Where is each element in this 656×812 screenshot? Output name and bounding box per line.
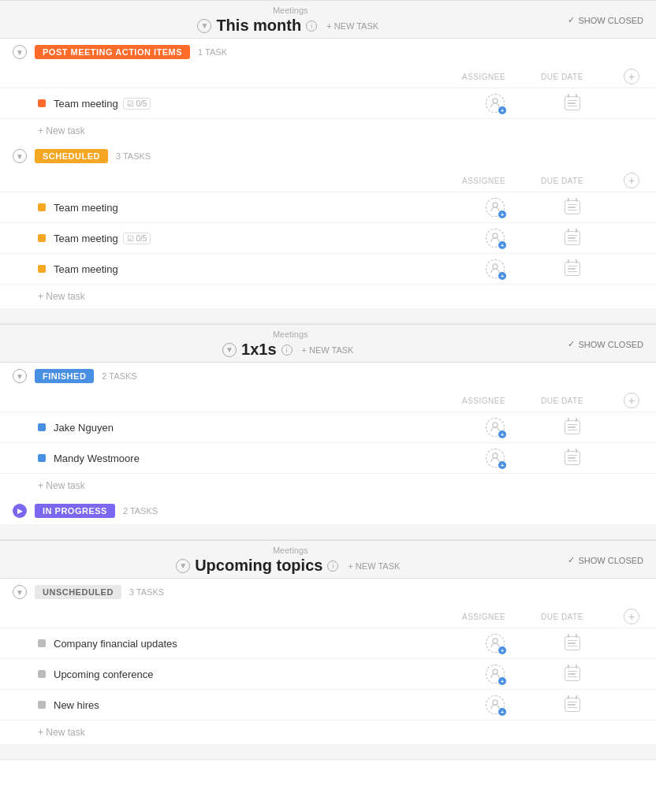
task-color-indicator bbox=[38, 423, 46, 431]
date-picker-icon[interactable] bbox=[565, 231, 580, 245]
add-assignee-badge[interactable]: + bbox=[498, 241, 506, 249]
group-status-badge: SCHEDULED bbox=[35, 149, 108, 163]
add-assignee-badge[interactable]: + bbox=[498, 646, 506, 654]
due-date-column-header: DUE DATE bbox=[541, 397, 620, 405]
task-completion-badge[interactable]: ☑ 0/5 bbox=[123, 233, 151, 244]
section-collapse-button[interactable]: ▼ bbox=[222, 343, 237, 357]
table-row: Team meeting☑ 0/5+ bbox=[0, 88, 656, 119]
assignee-avatar[interactable]: + bbox=[486, 665, 505, 683]
svg-point-0 bbox=[493, 99, 498, 103]
task-name[interactable]: Jake Nguyen bbox=[54, 422, 486, 434]
table-row: Jake Nguyen+ bbox=[0, 412, 656, 443]
add-assignee-badge[interactable]: + bbox=[498, 461, 506, 469]
date-picker-icon[interactable] bbox=[565, 96, 580, 110]
task-name[interactable]: Company financial updates bbox=[54, 638, 486, 650]
table-row: Team meeting+ bbox=[0, 254, 656, 285]
section-collapse-button[interactable]: ▼ bbox=[176, 559, 190, 573]
group-header: ▶IN PROGRESS2 TASKS bbox=[0, 497, 656, 524]
meetings-label: Meetings bbox=[273, 330, 308, 339]
add-assignee-badge[interactable]: + bbox=[498, 708, 506, 716]
section-title: 1x1s bbox=[241, 341, 277, 359]
assignee-column-header: ASSIGNEE bbox=[462, 73, 541, 81]
task-color-indicator bbox=[38, 99, 46, 107]
task-name[interactable]: Team meeting☑ 0/5 bbox=[54, 98, 486, 110]
assignee-avatar[interactable]: + bbox=[486, 634, 505, 653]
task-color-indicator bbox=[38, 265, 46, 273]
new-task-header-button[interactable]: + NEW TASK bbox=[297, 344, 359, 356]
section-gap bbox=[0, 744, 656, 760]
due-date-column-header: DUE DATE bbox=[541, 613, 620, 621]
info-icon[interactable]: i bbox=[306, 20, 317, 32]
new-task-header-button[interactable]: + NEW TASK bbox=[343, 560, 404, 572]
table-row: New hires+ bbox=[0, 690, 656, 721]
assignee-column-header: ASSIGNEE bbox=[462, 177, 541, 185]
task-name[interactable]: Team meeting bbox=[54, 202, 486, 214]
section-gap bbox=[0, 308, 656, 324]
info-icon[interactable]: i bbox=[281, 345, 293, 356]
add-assignee-badge[interactable]: + bbox=[498, 106, 506, 114]
add-column-button[interactable]: + bbox=[624, 609, 639, 624]
date-picker-icon[interactable] bbox=[565, 698, 580, 712]
column-headers: ASSIGNEEDUE DATE+ bbox=[0, 389, 656, 412]
check-icon: ✓ bbox=[568, 555, 575, 565]
assignee-avatar[interactable]: + bbox=[486, 695, 505, 714]
group-collapse-button[interactable]: ▼ bbox=[13, 369, 27, 383]
assignee-avatar[interactable]: + bbox=[486, 449, 505, 467]
table-row: Team meeting+ bbox=[0, 192, 656, 223]
assignee-avatar[interactable]: + bbox=[486, 198, 505, 217]
meetings-label: Meetings bbox=[273, 546, 308, 555]
assignee-avatar[interactable]: + bbox=[486, 259, 505, 278]
group-collapse-button[interactable]: ▼ bbox=[13, 585, 27, 599]
section-collapse-button[interactable]: ▼ bbox=[197, 19, 211, 33]
group-collapse-button[interactable]: ▼ bbox=[13, 45, 27, 59]
add-assignee-badge[interactable]: + bbox=[498, 210, 506, 218]
progress-collapse-button[interactable]: ▶ bbox=[13, 504, 27, 518]
group-in-progress: ▶IN PROGRESS2 TASKS bbox=[0, 497, 656, 524]
add-task-button[interactable]: + New task bbox=[0, 721, 656, 744]
add-assignee-badge[interactable]: + bbox=[498, 272, 506, 280]
task-name[interactable]: Upcoming conference bbox=[54, 669, 486, 680]
group-status-badge: FINISHED bbox=[35, 369, 94, 383]
show-closed-button[interactable]: ✓ SHOW CLOSED bbox=[568, 555, 643, 565]
task-name[interactable]: New hires bbox=[54, 699, 486, 711]
add-task-button[interactable]: + New task bbox=[0, 285, 656, 308]
task-completion-badge[interactable]: ☑ 0/5 bbox=[123, 98, 151, 110]
date-picker-icon[interactable] bbox=[565, 451, 580, 465]
add-task-button[interactable]: + New task bbox=[0, 119, 656, 143]
new-task-header-button[interactable]: + NEW TASK bbox=[322, 20, 383, 32]
date-picker-icon[interactable] bbox=[565, 420, 580, 434]
assignee-column-header: ASSIGNEE bbox=[462, 613, 541, 621]
add-task-button[interactable]: + New task bbox=[0, 474, 656, 497]
task-name[interactable]: Team meeting☑ 0/5 bbox=[54, 233, 486, 244]
svg-point-4 bbox=[493, 423, 498, 427]
add-column-button[interactable]: + bbox=[624, 69, 639, 84]
column-headers: ASSIGNEEDUE DATE+ bbox=[0, 169, 656, 192]
svg-point-3 bbox=[493, 264, 498, 269]
assignee-avatar[interactable]: + bbox=[486, 418, 505, 437]
task-name[interactable]: Mandy Westmoore bbox=[54, 453, 486, 464]
task-name[interactable]: Team meeting bbox=[54, 263, 486, 275]
date-picker-icon[interactable] bbox=[565, 636, 580, 650]
table-row: Mandy Westmoore+ bbox=[0, 443, 656, 474]
show-closed-button[interactable]: ✓ SHOW CLOSED bbox=[568, 339, 643, 349]
info-icon[interactable]: i bbox=[327, 561, 338, 572]
add-assignee-badge[interactable]: + bbox=[498, 430, 506, 438]
section-header: Meetings▼Upcoming topicsi+ NEW TASK✓ SHO… bbox=[0, 540, 656, 579]
svg-point-2 bbox=[493, 233, 498, 238]
date-picker-icon[interactable] bbox=[565, 200, 580, 214]
add-assignee-badge[interactable]: + bbox=[498, 677, 506, 685]
assignee-avatar[interactable]: + bbox=[486, 94, 505, 113]
date-picker-icon[interactable] bbox=[565, 667, 580, 681]
group-collapse-button[interactable]: ▼ bbox=[13, 149, 27, 163]
section-this-month: Meetings▼This monthi+ NEW TASK✓ SHOW CLO… bbox=[0, 0, 656, 324]
group-header: ▼UNSCHEDULED3 TASKS bbox=[0, 579, 656, 605]
group-header: ▼SCHEDULED3 TASKS bbox=[0, 143, 656, 169]
date-picker-icon[interactable] bbox=[565, 262, 580, 276]
svg-point-5 bbox=[493, 453, 498, 458]
add-column-button[interactable]: + bbox=[624, 393, 639, 408]
table-row: Team meeting☑ 0/5+ bbox=[0, 223, 656, 254]
assignee-avatar[interactable]: + bbox=[486, 229, 505, 248]
show-closed-button[interactable]: ✓ SHOW CLOSED bbox=[568, 15, 643, 25]
add-column-button[interactable]: + bbox=[624, 173, 639, 188]
group-status-badge: UNSCHEDULED bbox=[35, 585, 121, 599]
